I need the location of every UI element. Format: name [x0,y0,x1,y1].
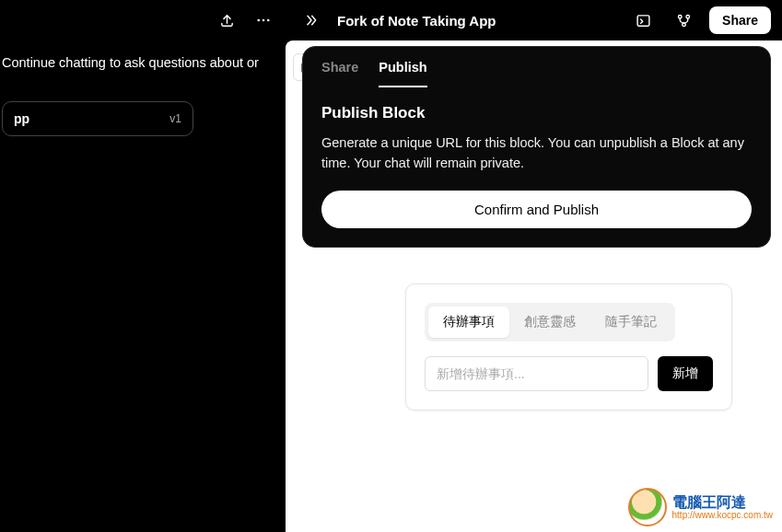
tab-notes[interactable]: 隨手筆記 [590,306,671,338]
popup-title: Publish Block [321,104,752,122]
share-icon-button[interactable] [212,6,241,35]
ellipsis-icon [255,12,272,29]
chevron-right-double-icon [304,13,319,28]
watermark: 電腦王阿達 http://www.kocpc.com.tw [628,488,773,526]
upload-icon [219,13,235,29]
share-button[interactable]: Share [709,6,771,34]
version-badge: v1 [169,112,181,125]
tab-ideas[interactable]: 創意靈感 [509,306,590,338]
terminal-icon [636,13,651,29]
popup-description: Generate a unique URL for this block. Yo… [321,133,752,174]
watermark-sub: http://www.kocpc.com.tw [672,510,773,520]
tab-todo[interactable]: 待辦事項 [428,306,509,338]
publish-popup: Share Publish Publish Block Generate a u… [302,46,771,248]
note-app-tabs: 待辦事項 創意靈感 隨手筆記 [425,303,675,341]
svg-point-2 [263,19,265,22]
artifact-card-label: pp [14,111,29,126]
svg-point-1 [257,19,260,22]
console-button[interactable] [628,6,658,35]
popup-body: Publish Block Generate a unique URL for … [303,87,770,247]
artifact-title: Fork of Note Taking App [337,13,617,29]
popup-tab-share[interactable]: Share [321,60,358,87]
code-button[interactable] [669,6,698,35]
confirm-publish-button[interactable]: Confirm and Publish [321,191,752,228]
artifact-header: Fork of Note Taking App Share [286,0,782,40]
svg-point-3 [267,19,270,22]
chat-body: Continue chatting to ask questions about… [0,40,286,136]
todo-input[interactable] [425,356,648,391]
chat-sidebar: Continue chatting to ask questions about… [0,0,286,532]
svg-rect-4 [637,15,649,25]
watermark-text: 電腦王阿達 http://www.kocpc.com.tw [672,494,773,521]
add-button[interactable]: 新增 [658,356,713,391]
popup-tab-publish[interactable]: Publish [379,60,426,87]
note-app-card: 待辦事項 創意靈感 隨手筆記 新增 [405,283,732,411]
watermark-main: 電腦王阿達 [672,494,773,511]
chat-message: Continue chatting to ask questions about… [2,53,286,74]
artifact-card[interactable]: pp v1 [2,101,193,136]
chat-header [0,0,286,40]
watermark-avatar [628,488,667,526]
note-input-row: 新增 [425,356,713,391]
more-menu-button[interactable] [249,6,278,35]
branch-icon [676,13,692,29]
popup-tabs: Share Publish [303,47,770,87]
collapse-button[interactable] [297,6,326,35]
